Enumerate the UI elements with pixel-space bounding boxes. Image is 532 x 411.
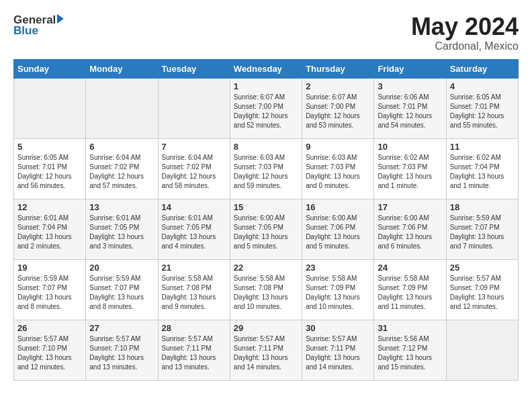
day-info: Sunrise: 6:01 AMSunset: 7:05 PMDaylight:… [162,214,226,251]
day-info: Sunrise: 5:58 AMSunset: 7:09 PMDaylight:… [378,274,442,312]
col-sunday: Sunday [14,59,86,78]
month-year-title: May 2024 [411,13,519,40]
day-info: Sunrise: 6:01 AMSunset: 7:05 PMDaylight:… [89,214,154,251]
calendar-day-cell: 2Sunrise: 6:07 AMSunset: 7:00 PMDaylight… [302,78,374,138]
calendar-day-cell: 1Sunrise: 6:07 AMSunset: 7:00 PMDaylight… [230,78,302,138]
day-number: 8 [234,142,298,152]
day-number: 19 [17,263,82,273]
col-monday: Monday [86,59,158,78]
day-number: 11 [450,142,515,152]
calendar-week-row: 26Sunrise: 5:57 AMSunset: 7:10 PMDayligh… [14,320,519,380]
calendar-day-cell: 8Sunrise: 6:03 AMSunset: 7:03 PMDaylight… [230,138,302,199]
calendar-day-cell [14,78,86,138]
day-info: Sunrise: 6:07 AMSunset: 7:00 PMDaylight:… [306,93,370,130]
day-number: 22 [234,263,298,273]
title-block: May 2024 Cardonal, Mexico [411,13,519,52]
day-info: Sunrise: 5:57 AMSunset: 7:11 PMDaylight:… [306,334,370,372]
col-friday: Friday [374,59,446,78]
calendar-day-cell: 4Sunrise: 6:05 AMSunset: 7:01 PMDaylight… [446,78,518,138]
calendar-day-cell: 28Sunrise: 5:57 AMSunset: 7:11 PMDayligh… [158,320,230,380]
day-info: Sunrise: 5:57 AMSunset: 7:10 PMDaylight:… [17,334,82,372]
col-saturday: Saturday [446,59,518,78]
logo-arrow-icon [57,14,64,24]
calendar-day-cell: 15Sunrise: 6:00 AMSunset: 7:05 PMDayligh… [230,199,302,259]
calendar-week-row: 12Sunrise: 6:01 AMSunset: 7:04 PMDayligh… [14,199,519,259]
day-info: Sunrise: 5:58 AMSunset: 7:09 PMDaylight:… [306,274,370,312]
calendar-day-cell: 19Sunrise: 5:59 AMSunset: 7:07 PMDayligh… [14,259,86,320]
calendar-day-cell: 11Sunrise: 6:02 AMSunset: 7:04 PMDayligh… [446,138,518,199]
day-info: Sunrise: 6:05 AMSunset: 7:01 PMDaylight:… [450,93,515,130]
calendar-day-cell: 6Sunrise: 6:04 AMSunset: 7:02 PMDaylight… [86,138,158,199]
day-number: 16 [306,202,370,212]
calendar-week-row: 19Sunrise: 5:59 AMSunset: 7:07 PMDayligh… [14,259,519,320]
day-info: Sunrise: 6:03 AMSunset: 7:03 PMDaylight:… [306,153,370,191]
day-number: 7 [162,142,226,152]
calendar-day-cell: 31Sunrise: 5:56 AMSunset: 7:12 PMDayligh… [374,320,446,380]
calendar-day-cell: 14Sunrise: 6:01 AMSunset: 7:05 PMDayligh… [158,199,230,259]
day-info: Sunrise: 6:02 AMSunset: 7:03 PMDaylight:… [378,153,442,191]
calendar-header-row: Sunday Monday Tuesday Wednesday Thursday… [14,59,519,78]
col-wednesday: Wednesday [230,59,302,78]
day-number: 4 [450,81,515,91]
day-number: 6 [89,142,154,152]
calendar-day-cell: 23Sunrise: 5:58 AMSunset: 7:09 PMDayligh… [302,259,374,320]
day-number: 3 [378,81,442,91]
day-number: 17 [378,202,442,212]
calendar-day-cell: 16Sunrise: 6:00 AMSunset: 7:06 PMDayligh… [302,199,374,259]
col-thursday: Thursday [302,59,374,78]
calendar-day-cell: 13Sunrise: 6:01 AMSunset: 7:05 PMDayligh… [86,199,158,259]
day-number: 25 [450,263,515,273]
day-info: Sunrise: 5:59 AMSunset: 7:07 PMDaylight:… [89,274,154,312]
day-number: 31 [378,323,442,333]
calendar-day-cell: 24Sunrise: 5:58 AMSunset: 7:09 PMDayligh… [374,259,446,320]
day-info: Sunrise: 6:07 AMSunset: 7:00 PMDaylight:… [234,93,298,130]
calendar-day-cell: 5Sunrise: 6:05 AMSunset: 7:01 PMDaylight… [14,138,86,199]
day-number: 1 [234,81,298,91]
day-info: Sunrise: 6:03 AMSunset: 7:03 PMDaylight:… [234,153,298,191]
calendar-table: Sunday Monday Tuesday Wednesday Thursday… [13,59,519,381]
day-info: Sunrise: 6:05 AMSunset: 7:01 PMDaylight:… [17,153,82,191]
day-number: 23 [306,263,370,273]
calendar-day-cell: 7Sunrise: 6:04 AMSunset: 7:02 PMDaylight… [158,138,230,199]
day-number: 21 [162,263,226,273]
col-tuesday: Tuesday [158,59,230,78]
calendar-day-cell [86,78,158,138]
calendar-day-cell: 26Sunrise: 5:57 AMSunset: 7:10 PMDayligh… [14,320,86,380]
calendar-day-cell: 25Sunrise: 5:57 AMSunset: 7:09 PMDayligh… [446,259,518,320]
day-number: 27 [89,323,154,333]
calendar-day-cell [158,78,230,138]
logo-blue: Blue [13,24,38,38]
day-info: Sunrise: 6:02 AMSunset: 7:04 PMDaylight:… [450,153,515,191]
day-number: 12 [17,202,82,212]
calendar-day-cell: 3Sunrise: 6:06 AMSunset: 7:01 PMDaylight… [374,78,446,138]
calendar-week-row: 1Sunrise: 6:07 AMSunset: 7:00 PMDaylight… [14,78,519,138]
day-info: Sunrise: 5:56 AMSunset: 7:12 PMDaylight:… [378,334,442,372]
day-number: 29 [234,323,298,333]
location-subtitle: Cardonal, Mexico [411,40,519,52]
day-info: Sunrise: 6:01 AMSunset: 7:04 PMDaylight:… [17,214,82,251]
day-info: Sunrise: 5:57 AMSunset: 7:11 PMDaylight:… [234,334,298,372]
calendar-week-row: 5Sunrise: 6:05 AMSunset: 7:01 PMDaylight… [14,138,519,199]
day-number: 13 [89,202,154,212]
day-number: 14 [162,202,226,212]
day-number: 5 [17,142,82,152]
calendar-day-cell: 12Sunrise: 6:01 AMSunset: 7:04 PMDayligh… [14,199,86,259]
day-info: Sunrise: 6:00 AMSunset: 7:06 PMDaylight:… [306,214,370,251]
day-number: 26 [17,323,82,333]
day-info: Sunrise: 5:57 AMSunset: 7:09 PMDaylight:… [450,274,515,312]
calendar-day-cell: 9Sunrise: 6:03 AMSunset: 7:03 PMDaylight… [302,138,374,199]
day-info: Sunrise: 6:04 AMSunset: 7:02 PMDaylight:… [89,153,154,191]
day-number: 24 [378,263,442,273]
day-info: Sunrise: 6:00 AMSunset: 7:05 PMDaylight:… [234,214,298,251]
calendar-day-cell: 30Sunrise: 5:57 AMSunset: 7:11 PMDayligh… [302,320,374,380]
day-number: 28 [162,323,226,333]
calendar-day-cell: 10Sunrise: 6:02 AMSunset: 7:03 PMDayligh… [374,138,446,199]
day-number: 9 [306,142,370,152]
page-header: General Blue May 2024 Cardonal, Mexico [13,13,519,52]
calendar-day-cell: 20Sunrise: 5:59 AMSunset: 7:07 PMDayligh… [86,259,158,320]
day-number: 10 [378,142,442,152]
day-number: 18 [450,202,515,212]
day-info: Sunrise: 5:57 AMSunset: 7:11 PMDaylight:… [162,334,226,372]
logo-wrapper: General Blue [13,13,64,38]
day-info: Sunrise: 6:00 AMSunset: 7:06 PMDaylight:… [378,214,442,251]
